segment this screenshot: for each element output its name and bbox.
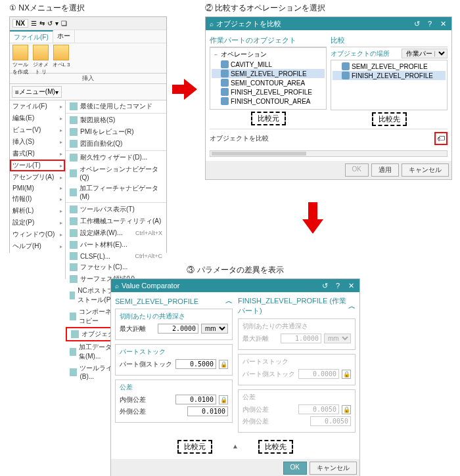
operation-icon	[221, 60, 229, 68]
input-max-distance-left[interactable]	[158, 324, 198, 334]
lock-icon[interactable]: 🔒	[219, 360, 228, 369]
input-part-stock-right	[298, 369, 339, 379]
group-tolerance: 公差	[242, 393, 351, 402]
reset-icon[interactable]: ↺	[320, 282, 329, 290]
toolbar-icon[interactable]: ⇆	[39, 20, 45, 27]
help-icon[interactable]: ?	[333, 282, 342, 290]
badge-target: 比較先	[258, 440, 293, 454]
nx-submenu-item[interactable]: 耐久性ウィザード(D)...	[66, 152, 166, 163]
close-icon[interactable]: ✕	[346, 282, 356, 290]
nx-submenu-item[interactable]: 製図規格(S)	[66, 114, 166, 126]
menu-icon	[70, 275, 78, 283]
collapse-icon[interactable]: ︿	[225, 296, 233, 306]
menu-icon	[70, 140, 78, 148]
collapse-icon[interactable]: ︿	[348, 301, 356, 311]
compare-execute-button[interactable]: 🏷	[434, 132, 448, 145]
menu-button[interactable]: ≡ メニュー(M) ▾	[12, 86, 62, 98]
cancel-button[interactable]: キャンセル	[310, 462, 357, 475]
tab-home[interactable]: ホー	[53, 30, 75, 43]
nx-submenu-item[interactable]: オペレーションナビゲータ(Q)	[66, 163, 166, 183]
tree-operation-node[interactable]: FINISH_ZLEVEL_PROFILE	[212, 87, 325, 97]
tree-operation-node[interactable]: SEMI_ZLEVEL_PROFILE	[212, 69, 325, 78]
nx-submenu-item[interactable]: 工作機械ユーティリティ(A)	[66, 215, 166, 227]
label-outer-tol: 外側公差	[120, 407, 185, 416]
vc-left-name: SEMI_ZLEVEL_PROFILE	[115, 297, 198, 305]
tab-file[interactable]: ファイル(F)	[10, 30, 53, 43]
toolbar-icon[interactable]: ▾	[55, 20, 58, 27]
tree-operation-node[interactable]: SEMI_CONTOUR_AREA	[212, 78, 325, 87]
nx-menu-item[interactable]: アセンブリ(A)▸	[10, 171, 65, 183]
nx-submenu-item[interactable]: PMIをレビュー(R)	[66, 126, 166, 138]
tree-target[interactable]: SEMI_ZLEVEL_PROFILEFINISH_ZLEVEL_PROFILE	[331, 60, 448, 110]
nx-menu-left: ファイル(F)▸編集(E)▸ビュー(V)▸挿入(S)▸書式(R)▸ツール(T)▸…	[10, 100, 66, 279]
toolbar-icon[interactable]: ☰	[31, 20, 37, 27]
nx-submenu-item[interactable]: 設定継承(W)...Ctrl+Alt+X	[66, 227, 166, 239]
nx-submenu-item[interactable]: CLSF(L)...Ctrl+Alt+C	[66, 251, 166, 261]
nx-menu-item[interactable]: 解析(L)▸	[10, 205, 65, 217]
select-unit-left[interactable]: mm	[201, 324, 228, 334]
nx-menu-item[interactable]: PMI(M)▸	[10, 183, 65, 193]
nx-submenu-item[interactable]: ツールパス表示(T)	[66, 204, 166, 215]
group-cut-depth: 切削あたりの共通深さ	[120, 312, 228, 321]
nx-menu-item[interactable]: ツール(T)▸	[10, 160, 65, 171]
input-inner-tol-left[interactable]	[175, 395, 216, 404]
nx-submenu-item[interactable]: 図面自動化(Q)	[66, 138, 166, 150]
ribbon: ツールを作成 ジオメト リ オペL 3	[10, 43, 166, 74]
menu-icon	[70, 368, 77, 376]
tree-operation-node[interactable]: FINISH_CONTOUR_AREA	[212, 97, 325, 106]
ribbon-create-tool[interactable]: ツールを作成	[11, 45, 30, 72]
dialog-scrollbar[interactable]	[210, 150, 448, 157]
caption-step2: ② 比較するオペレーションを選択	[205, 3, 452, 14]
menu-icon	[70, 217, 78, 225]
toolbar-icon[interactable]: ↺	[47, 20, 53, 27]
menu-icon	[70, 116, 78, 124]
input-max-distance-right	[281, 334, 321, 343]
select-object-location[interactable]: 作業パート	[402, 49, 448, 58]
apply-button[interactable]: 適用	[371, 163, 399, 177]
label-compare-exec: オブジェクトを比較	[210, 134, 269, 143]
nx-menu-item[interactable]: 設定(P)▸	[10, 217, 65, 228]
label-part-side-stock: パート側ストック	[120, 360, 173, 369]
nx-submenu-item[interactable]: 最後に使用したコマンド	[66, 100, 166, 112]
vc-right-name: FINISH_ZLEVEL_PROFILE (作業パート)	[238, 296, 348, 316]
group-cut-depth: 切削あたりの共通深さ	[242, 322, 351, 331]
search-icon: ⌕	[115, 282, 119, 290]
heading-compare: 比較	[331, 34, 448, 47]
ribbon-op[interactable]: オペL 3	[52, 45, 70, 72]
operation-icon	[221, 88, 229, 96]
nx-menu-item[interactable]: ウィンドウ(O)▸	[10, 228, 65, 240]
nx-titlebar: NX ☰ ⇆ ↺ ▾ ❏	[10, 17, 166, 30]
ribbon-geometry[interactable]: ジオメト リ	[32, 45, 50, 72]
operation-icon	[221, 79, 229, 87]
tree-operation-node[interactable]: SEMI_ZLEVEL_PROFILE	[333, 62, 446, 71]
cancel-button[interactable]: キャンセル	[402, 163, 449, 177]
lock-icon[interactable]: 🔒	[219, 395, 228, 404]
nx-submenu-item[interactable]: 加工フィーチャナビゲータ(M)	[66, 183, 166, 202]
collapse-up-icon[interactable]: ▲	[232, 443, 239, 450]
dialog-titlebar: ⌕ Value Comparator ↺ ? ✕	[111, 279, 359, 292]
label-object-location: オブジェクトの場所	[331, 49, 390, 58]
nx-menu-item[interactable]: 挿入(S)▸	[10, 136, 65, 148]
input-outer-tol-left[interactable]	[187, 406, 228, 416]
ok-button[interactable]: OK	[283, 462, 307, 475]
tree-source[interactable]: −オペレーションCAVITY_MILLSEMI_ZLEVEL_PROFILESE…	[210, 47, 327, 110]
nx-menu-item[interactable]: ヘルプ(H)▸	[10, 240, 65, 252]
input-part-stock-left[interactable]	[175, 359, 216, 369]
tree-operation-node[interactable]: FINISH_ZLEVEL_PROFILE	[333, 71, 446, 80]
nx-menu-item[interactable]: 情報(I)▸	[10, 193, 65, 205]
group-part-stock: パートストック	[120, 347, 228, 357]
nx-menu-item[interactable]: 編集(E)▸	[10, 112, 65, 124]
nx-menu-item[interactable]: ビュー(V)▸	[10, 124, 65, 136]
nx-submenu-item[interactable]: パート材料(E)...	[66, 239, 166, 251]
help-icon[interactable]: ?	[425, 20, 434, 28]
close-icon[interactable]: ✕	[438, 20, 448, 28]
tree-group[interactable]: −オペレーション	[212, 49, 325, 60]
ok-button[interactable]: OK	[345, 163, 369, 177]
label-inner-tol: 内側公差	[120, 395, 173, 404]
tree-operation-node[interactable]: CAVITY_MILL	[212, 60, 325, 69]
toolbar-icon[interactable]: ❏	[61, 20, 67, 27]
menu-icon	[70, 292, 75, 299]
reset-icon[interactable]: ↺	[412, 20, 421, 28]
nx-menu-item[interactable]: ファイル(F)▸	[10, 100, 65, 112]
nx-menu-item[interactable]: 書式(R)▸	[10, 148, 65, 160]
